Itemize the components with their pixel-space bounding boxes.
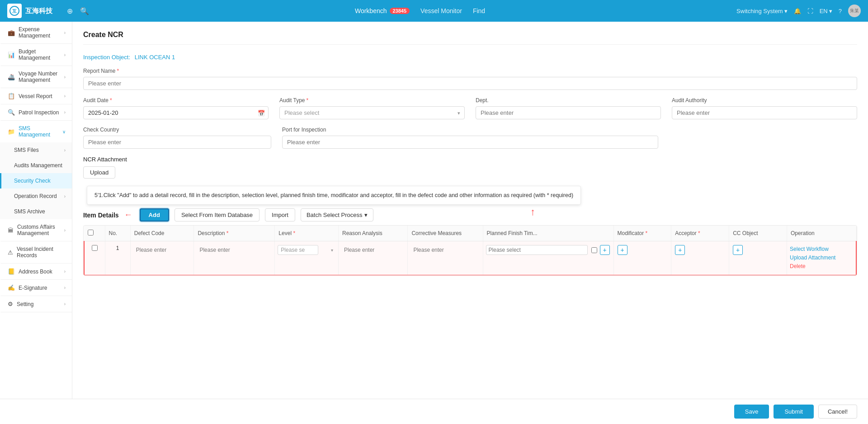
- sidebar-item-operation-record[interactable]: Operation Record ›: [0, 188, 72, 204]
- ncr-attachment-section: NCR Attachment Upload: [83, 156, 857, 179]
- sidebar-label-e-signature: E-Signature: [19, 285, 47, 291]
- item-details-table-wrapper: No. Defect Code Description * Level * Re…: [83, 225, 857, 276]
- port-inspection-label: Port for Inspection: [282, 127, 658, 133]
- add-btn[interactable]: Add: [140, 208, 169, 221]
- audit-authority-field: Audit Authority: [672, 97, 857, 119]
- audit-type-select-wrapper: Please select: [279, 106, 465, 119]
- main-content: Create NCR Inspection Object: LINK OCEAN…: [72, 22, 868, 399]
- defect-code-input[interactable]: [133, 245, 191, 255]
- check-country-input[interactable]: [83, 136, 271, 149]
- th-operation: Operation: [787, 226, 856, 241]
- row-defect-code-cell: [130, 241, 194, 275]
- sidebar-label-expense: Expense Management: [19, 26, 64, 39]
- table-row: 1: [84, 241, 856, 275]
- audit-date-input[interactable]: [83, 106, 269, 119]
- svg-text:互: 互: [12, 9, 17, 14]
- help-btn[interactable]: ?: [839, 8, 842, 14]
- cc-object-add-btn[interactable]: +: [733, 245, 743, 255]
- th-planned: Planned Finish Tim...: [483, 226, 613, 241]
- port-inspection-field: Port for Inspection: [282, 127, 658, 149]
- cancel-btn[interactable]: Cancel!: [818, 405, 857, 419]
- sidebar-item-voyage[interactable]: 🚢 Voyage Number Management ›: [0, 66, 72, 88]
- sidebar-item-sms-files[interactable]: SMS Files ›: [0, 142, 72, 158]
- sidebar-label-audits: Audits Management: [14, 162, 62, 169]
- sidebar-item-audits[interactable]: Audits Management: [0, 158, 72, 173]
- sidebar-label-address-book: Address Book: [19, 269, 52, 275]
- sidebar-item-vessel-report[interactable]: 📋 Vessel Report ›: [0, 88, 72, 104]
- audit-row: Audit Date * 📅 Audit Type *: [83, 97, 857, 119]
- nav-search-icon[interactable]: 🔍: [80, 7, 89, 15]
- corrective-input[interactable]: [410, 245, 480, 255]
- sidebar-item-setting[interactable]: ⚙ Setting ›: [0, 296, 72, 312]
- th-level: Level *: [275, 226, 339, 241]
- page-title: Create NCR: [83, 31, 857, 45]
- workbench-count-badge: 23845: [390, 8, 410, 14]
- switching-system-btn[interactable]: Switching System ▾: [736, 8, 788, 14]
- sidebar-item-vessel-incident[interactable]: ⚠ Vessel Incident Records: [0, 241, 72, 264]
- sidebar-label-customs: Customs Affairs Management: [17, 224, 64, 236]
- select-from-db-btn[interactable]: Select From Item Database: [175, 208, 259, 221]
- sidebar-label-voyage: Voyage Number Management: [19, 71, 64, 83]
- e-signature-icon: ✍: [8, 284, 15, 291]
- check-country-label: Check Country: [83, 127, 271, 133]
- submit-btn[interactable]: Submit: [774, 405, 813, 419]
- planned-input[interactable]: [486, 245, 588, 255]
- planned-cell-wrapper: +: [486, 245, 611, 255]
- import-btn[interactable]: Import: [265, 208, 295, 221]
- sidebar-label-vessel-incident: Vessel Incident Records: [17, 246, 66, 259]
- row-level-cell: Please se: [275, 241, 339, 275]
- sidebar-item-address-book[interactable]: 📒 Address Book ›: [0, 264, 72, 280]
- delete-link[interactable]: Delete: [790, 262, 853, 271]
- sidebar-label-security-check: Security Check: [14, 178, 51, 184]
- sidebar-label-sms-archive: SMS Archive: [14, 208, 45, 215]
- planned-checkbox[interactable]: [591, 247, 597, 253]
- sidebar-item-sms-archive[interactable]: SMS Archive: [0, 204, 72, 219]
- spacer: [669, 127, 857, 149]
- chevron-icon: ›: [64, 285, 66, 290]
- fullscreen-btn[interactable]: ⛶: [807, 8, 813, 14]
- sidebar-item-customs[interactable]: 🏛 Customs Affairs Management ›: [0, 219, 72, 241]
- th-reason: Reason Analysis: [338, 226, 407, 241]
- find-nav[interactable]: Find: [473, 7, 485, 14]
- planned-add-btn[interactable]: +: [600, 245, 610, 255]
- select-all-checkbox[interactable]: [88, 230, 94, 236]
- report-name-input[interactable]: [83, 77, 857, 90]
- save-btn[interactable]: Save: [734, 405, 769, 419]
- row-operation-cell: Select Workflow Upload Attachment Delete: [787, 241, 856, 275]
- upload-btn[interactable]: Upload: [83, 166, 115, 179]
- notification-btn[interactable]: 🔔: [794, 8, 801, 14]
- chevron-icon: ›: [64, 94, 66, 99]
- dept-input[interactable]: [476, 106, 661, 119]
- language-btn[interactable]: EN ▾: [820, 8, 832, 14]
- description-input[interactable]: [197, 245, 272, 255]
- audit-authority-input[interactable]: [672, 106, 857, 119]
- acceptor-add-btn[interactable]: +: [675, 245, 685, 255]
- logo-icon: 互: [7, 4, 22, 18]
- item-details-section: 5'1.Click "Add" to add a detail record, …: [83, 186, 857, 276]
- level-select-wrapper: Please se: [278, 245, 335, 255]
- th-description: Description *: [194, 226, 275, 241]
- sidebar-item-security-check[interactable]: Security Check: [0, 173, 72, 188]
- sidebar-item-e-signature[interactable]: ✍ E-Signature ›: [0, 280, 72, 296]
- sidebar-label-operation-record: Operation Record: [14, 193, 57, 199]
- port-inspection-input[interactable]: [282, 136, 658, 149]
- audit-type-select[interactable]: Please select: [279, 106, 465, 119]
- select-workflow-link[interactable]: Select Workflow: [790, 245, 853, 254]
- row-checkbox-cell: [84, 241, 105, 275]
- nav-add-icon[interactable]: ⊕: [67, 7, 73, 15]
- sidebar-item-budget[interactable]: 📊 Budget Management ›: [0, 44, 72, 66]
- row-checkbox[interactable]: [92, 245, 98, 251]
- upload-attachment-link[interactable]: Upload Attachment: [790, 254, 853, 262]
- modificator-add-btn[interactable]: +: [618, 245, 627, 255]
- workbench-nav-item[interactable]: Workbench 23845: [355, 7, 410, 14]
- sidebar-label-budget: Budget Management: [19, 48, 64, 61]
- level-select[interactable]: Please se: [278, 245, 318, 255]
- report-name-label: Report Name *: [83, 68, 857, 74]
- reason-input[interactable]: [341, 245, 405, 255]
- sidebar-item-sms[interactable]: 📁 SMS Management ∨: [0, 121, 72, 142]
- sidebar-item-expense[interactable]: 💼 Expense Management ›: [0, 22, 72, 44]
- batch-select-btn[interactable]: Batch Select Process ▾: [301, 208, 373, 221]
- annotation-row: 5'1.Click "Add" to add a detail record, …: [83, 186, 857, 205]
- vessel-monitor-nav[interactable]: Vessel Monitor: [420, 7, 462, 14]
- sidebar-item-patrol[interactable]: 🔍 Patrol Inspection ›: [0, 104, 72, 121]
